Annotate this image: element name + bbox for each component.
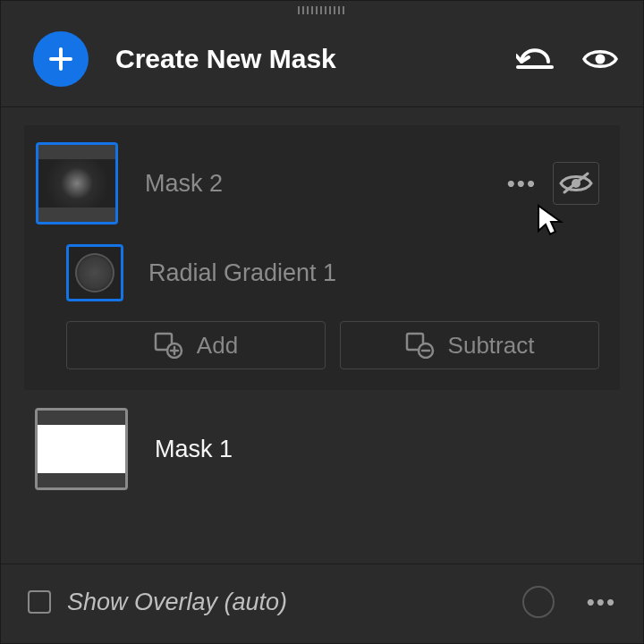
undo-icon (516, 46, 554, 72)
show-overlay-checkbox[interactable] (28, 590, 51, 614)
panel-footer: Show Overlay (auto) ••• (1, 564, 643, 643)
svg-point-1 (596, 55, 606, 64)
add-shape-icon (154, 332, 184, 359)
mask-row[interactable]: Mask 2 ••• (36, 142, 599, 225)
mask-list: Mask 2 ••• Radial Gradient (1, 106, 643, 564)
overlay-color-swatch[interactable] (522, 586, 555, 618)
subtract-shape-icon (405, 332, 436, 359)
component-label[interactable]: Radial Gradient 1 (148, 259, 336, 287)
mask-component-row[interactable]: Radial Gradient 1 (36, 244, 599, 301)
plus-icon (47, 46, 74, 72)
panel-header: Create New Mask (1, 19, 643, 106)
masking-panel: Create New Mask (0, 0, 644, 644)
mask-row-actions: ••• (507, 162, 599, 205)
mask-row[interactable]: Mask 1 (24, 408, 620, 490)
boolean-operations: Add Subtract (36, 321, 599, 369)
eye-hidden-icon (559, 171, 593, 196)
toggle-all-visibility-button[interactable] (582, 46, 618, 72)
panel-title: Create New Mask (115, 44, 516, 74)
footer-options-button[interactable]: ••• (587, 589, 616, 616)
mask-options-button[interactable]: ••• (507, 170, 537, 198)
add-to-mask-button[interactable]: Add (66, 321, 326, 369)
undo-button[interactable] (516, 46, 554, 72)
eye-icon (582, 46, 618, 72)
show-overlay-label[interactable]: Show Overlay (auto) (67, 589, 506, 616)
add-button-label: Add (197, 332, 238, 360)
mask-label[interactable]: Mask 1 (155, 436, 620, 463)
mask-group-selected: Mask 2 ••• Radial Gradient (24, 125, 620, 390)
mask-visibility-toggle[interactable] (553, 162, 599, 205)
mask-thumbnail[interactable] (35, 408, 128, 490)
subtract-from-mask-button[interactable]: Subtract (340, 321, 599, 369)
radial-gradient-icon (75, 253, 114, 292)
subtract-button-label: Subtract (448, 332, 535, 360)
grip-icon (298, 6, 347, 14)
component-thumbnail[interactable] (66, 244, 123, 301)
create-new-mask-button[interactable] (33, 31, 89, 87)
panel-drag-handle[interactable] (1, 1, 643, 19)
mask-label[interactable]: Mask 2 (145, 170, 507, 198)
mask-thumbnail[interactable] (36, 142, 118, 225)
header-actions (516, 46, 618, 72)
